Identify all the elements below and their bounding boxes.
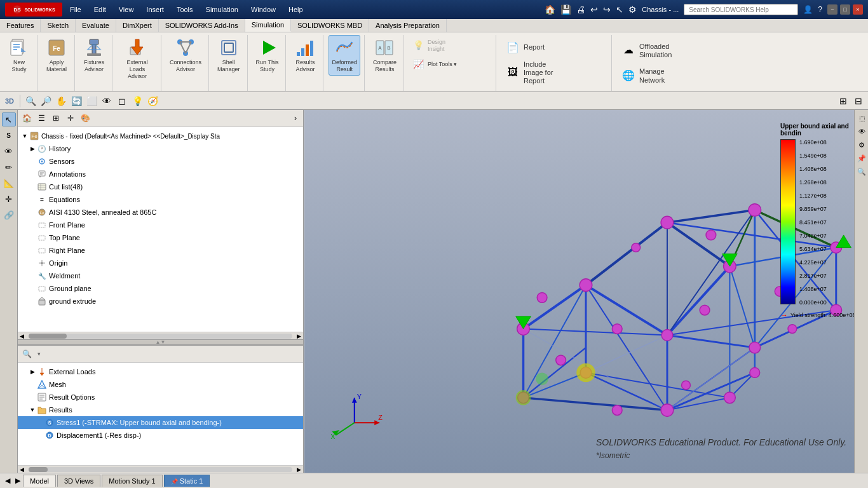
close-button[interactable]: × [853, 4, 863, 15]
apply-material-button[interactable]: Fe ApplyMaterial [43, 35, 71, 76]
tab-analysis-prep[interactable]: Analysis Preparation [369, 19, 447, 32]
motion-study-tab[interactable]: Motion Study 1 [102, 475, 162, 487]
new-study-button[interactable]: NewStudy [5, 35, 33, 76]
sketch-tool-button[interactable]: ✏ [2, 160, 16, 174]
tree-item-results[interactable]: ▼ Results [18, 403, 303, 416]
tab-features[interactable]: Features [0, 19, 41, 32]
search-input[interactable] [684, 4, 798, 15]
viewport-expand-icon[interactable]: ⊞ [836, 94, 850, 108]
menu-file[interactable]: File [67, 4, 84, 15]
tree-item-material[interactable]: ▶ Fe AISI 4130 Steel, annealed at 865C [18, 206, 303, 219]
reference-tool-button[interactable]: ✛ [2, 192, 16, 206]
tab-evaluate[interactable]: Evaluate [76, 19, 116, 32]
tree-home-icon[interactable]: 🏠 [20, 112, 33, 125]
viewport[interactable]: Model name:Chassis - fixed Study name:St… [304, 110, 868, 473]
fixtures-advisor-button[interactable]: FixturesAdvisor [80, 35, 108, 76]
deformed-result-button[interactable]: DeformedResult [329, 35, 360, 76]
view-section-icon[interactable]: ⬜ [85, 94, 98, 108]
shell-manager-button[interactable]: ShellManager [214, 35, 243, 76]
view-hide-icon[interactable]: ◻ [115, 94, 129, 108]
menu-tools[interactable]: Tools [174, 4, 196, 15]
user-icon[interactable]: 👤 [803, 5, 813, 14]
tree-item-top-plane[interactable]: ▶ Top Plane [18, 231, 303, 244]
tree-scrollbar-h[interactable]: ◀ ▶ [18, 332, 303, 339]
viewport-tool-4[interactable]: 📌 [856, 152, 867, 164]
results-advisor-button[interactable]: ResultsAdvisor [291, 35, 319, 76]
sim-tree-scrollbar[interactable]: ◀ ▶ [18, 465, 303, 473]
include-image-button[interactable]: 🖼 Include Image for Report [503, 57, 606, 88]
menu-edit[interactable]: Edit [92, 4, 109, 15]
tree-item-equations[interactable]: ▶ = Equations [18, 193, 303, 206]
maximize-button[interactable]: □ [840, 4, 850, 15]
menu-view[interactable]: View [116, 4, 137, 15]
tab-scroll-right[interactable]: ▶ [13, 477, 23, 485]
scroll-left-btn[interactable]: ◀ [18, 333, 26, 339]
report-button[interactable]: 📄 Report [503, 37, 606, 57]
toolbar-undo-icon[interactable]: ↩ [590, 4, 598, 15]
offloaded-sim-button[interactable]: ☁ Offloaded Simulation [618, 39, 720, 62]
tree-item-history[interactable]: ▶ 🕐 History [18, 142, 303, 155]
minimize-button[interactable]: − [827, 4, 837, 15]
tree-list-icon[interactable]: ☰ [35, 112, 48, 125]
view-pan-icon[interactable]: ✋ [54, 94, 68, 108]
menu-window[interactable]: Window [248, 4, 278, 15]
ext-loads-expand-icon[interactable]: ▶ [28, 367, 37, 376]
tree-item-stress1[interactable]: ▶ S Stress1 (-STRMAX: Upper bound axial … [18, 416, 303, 429]
tree-item-cut-list[interactable]: ▶ Cut list(48) [18, 180, 303, 193]
measure-tool-button[interactable]: 📐 [2, 176, 16, 190]
sim-scroll-right-btn[interactable]: ▶ [295, 466, 303, 473]
view-rotate-icon[interactable]: 🔄 [69, 94, 83, 108]
toolbar-home-icon[interactable]: 🏠 [545, 4, 555, 15]
tab-addins[interactable]: SOLIDWORKS Add-Ins [159, 19, 245, 32]
3d-view-icon[interactable]: 3D [3, 94, 17, 108]
view-zoom-icon[interactable]: 🔎 [39, 94, 53, 108]
tree-item-ground-extrude[interactable]: ▶ ground extrude [18, 295, 303, 308]
menu-simulation[interactable]: Simulation [203, 4, 241, 15]
toolbar-settings-icon[interactable]: ⚙ [628, 4, 637, 15]
zoom-tool-button[interactable]: S [2, 128, 16, 142]
scroll-track-h[interactable] [29, 334, 292, 339]
view-tool-button[interactable]: 👁 [2, 144, 16, 158]
tree-item-annotations[interactable]: ▶ Annotations [18, 168, 303, 180]
tree-item-result-options[interactable]: ▶ Result Options [18, 391, 303, 403]
viewport-tool-3[interactable]: ⚙ [856, 139, 867, 151]
scroll-right-btn[interactable]: ▶ [295, 333, 303, 339]
tree-item-origin[interactable]: ▶ Origin [18, 257, 303, 269]
viewport-collapse-icon[interactable]: ⊟ [851, 94, 865, 108]
menu-help[interactable]: Help [286, 4, 306, 15]
tab-sketch[interactable]: Sketch [41, 19, 76, 32]
results-expand-icon[interactable]: ▼ [28, 405, 37, 414]
tab-dimxpert[interactable]: DimXpert [116, 19, 159, 32]
tab-simulation[interactable]: Simulation [245, 19, 291, 32]
history-expand-icon[interactable]: ▶ [28, 144, 37, 153]
tree-item-right-plane[interactable]: ▶ Right Plane [18, 244, 303, 257]
select-tool-button[interactable]: ↖ [2, 112, 16, 126]
tree-color-icon[interactable]: 🎨 [79, 112, 92, 125]
static-study-tab[interactable]: 📌 Static 1 [164, 475, 210, 487]
manage-network-button[interactable]: 🌐 Manage Network [618, 64, 720, 86]
tab-mbd[interactable]: SOLIDWORKS MBD [291, 19, 369, 32]
viewport-tool-1[interactable]: ⬚ [856, 112, 867, 124]
panel-expand-button[interactable]: › [290, 113, 301, 123]
tree-item-weldment[interactable]: ▶ 🔧 Weldment [18, 269, 303, 282]
toolbar-print-icon[interactable]: 🖨 [576, 4, 585, 15]
tab-scroll-left[interactable]: ◀ [3, 477, 13, 485]
tree-item-ground-plane[interactable]: ▶ Ground plane [18, 282, 303, 295]
connections-advisor-button[interactable]: ConnectionsAdvisor [166, 35, 205, 76]
compare-results-button[interactable]: AB CompareResults [370, 35, 400, 76]
help-icon[interactable]: ? [818, 5, 822, 14]
view-lights-icon[interactable]: 💡 [130, 94, 144, 108]
tree-grid-icon[interactable]: ⊞ [50, 112, 62, 125]
menu-insert[interactable]: Insert [144, 4, 166, 15]
design-insight-button[interactable]: 💡 Design Insight [409, 35, 492, 55]
sim-scroll-left-btn[interactable]: ◀ [18, 466, 26, 473]
view-orient-icon[interactable]: 🧭 [146, 94, 159, 108]
scroll-thumb-h[interactable] [29, 334, 67, 339]
viewport-tool-2[interactable]: 👁 [856, 126, 867, 137]
sim-scroll-track[interactable] [29, 467, 292, 472]
toolbar-select-icon[interactable]: ↖ [616, 4, 623, 15]
tree-item-mesh[interactable]: ▶ Mesh [18, 378, 303, 391]
sim-scroll-thumb[interactable] [29, 467, 48, 472]
ext-loads-advisor-button[interactable]: External LoadsAdvisor [118, 35, 157, 82]
viewport-tool-5[interactable]: 🔍 [856, 166, 867, 177]
